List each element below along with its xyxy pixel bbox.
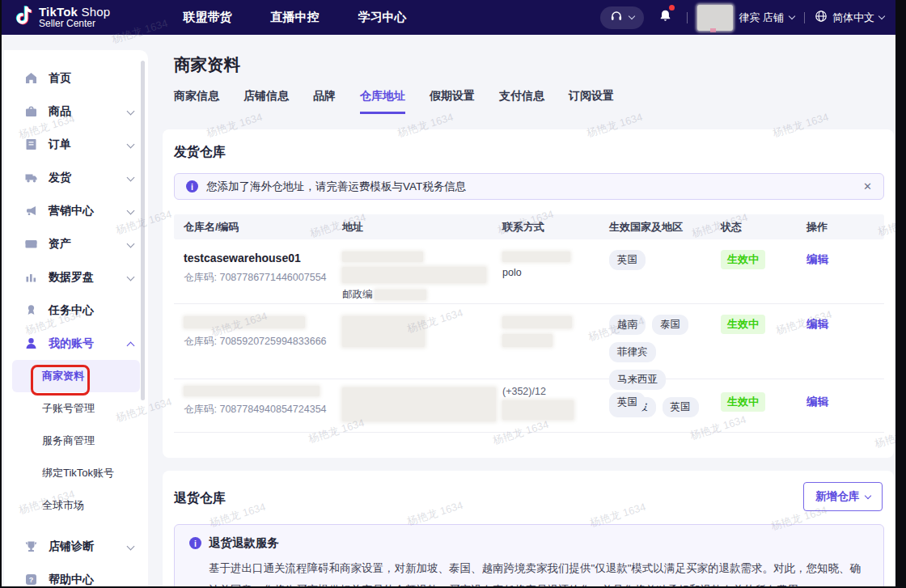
home-icon [24, 71, 38, 85]
sidebar-item-help-center[interactable]: ? 帮助中心 [4, 563, 148, 586]
tab-holiday-settings[interactable]: 假期设置 [430, 89, 475, 114]
warehouse-contact [502, 316, 609, 347]
language-label: 简体中文 [832, 11, 874, 25]
order-doc-icon [24, 137, 38, 151]
sidebar-subitem-subaccounts[interactable]: 子账号管理 [12, 392, 140, 425]
medal-icon [24, 303, 38, 317]
warehouse-table: 仓库名/编码 地址 联系方式 生效国家及地区 状态 操作 testcasewar… [174, 214, 884, 433]
headset-icon [610, 11, 623, 25]
language-selector[interactable]: 简体中文 [815, 10, 884, 25]
chevron-down-icon [127, 207, 135, 215]
warehouse-address [342, 386, 502, 421]
chevron-down-icon [865, 492, 871, 498]
warehouse-name: testcasewarehouse01 [184, 252, 342, 264]
info-icon [186, 180, 198, 192]
sidebar-item-analytics[interactable]: 数据罗盘 [4, 260, 148, 294]
top-navbar: TikTok Shop Seller Center 联盟带货 直播中控 学习中心 [2, 0, 895, 35]
person-icon [24, 336, 38, 350]
warehouse-name [184, 316, 305, 328]
sidebar-subitem-seller-profile[interactable]: 商家资料 [12, 360, 140, 392]
app-window: TikTok Shop Seller Center 联盟带货 直播中控 学习中心 [2, 0, 895, 586]
warehouse-code: 仓库码: 7087786771446007554 [184, 271, 342, 285]
table-header: 仓库名/编码 地址 联系方式 生效国家及地区 状态 操作 [174, 214, 884, 239]
bag-icon [24, 104, 38, 118]
bar-chart-icon [24, 270, 38, 284]
sidebar-subitem-global-markets[interactable]: 全球市场 [12, 489, 140, 522]
chevron-down-icon [629, 13, 635, 19]
nav-learning-center-link[interactable]: 学习中心 [358, 10, 406, 25]
banner-title: 退货退款服务 [209, 535, 279, 551]
sidebar-item-shipping[interactable]: 发货 [4, 161, 148, 194]
tab-warehouse-address[interactable]: 仓库地址 [360, 89, 405, 114]
return-warehouse-heading: 退货仓库 [174, 490, 226, 507]
tab-shop-info[interactable]: 店铺信息 [243, 89, 289, 114]
warehouse-contact: polo [502, 252, 609, 278]
chevron-down-icon [878, 13, 885, 19]
notifications-button[interactable] [658, 8, 672, 27]
tiktok-shop-logo[interactable]: TikTok Shop Seller Center [13, 4, 110, 31]
status-badge: 生效中 [721, 315, 765, 334]
edit-button[interactable]: 编辑 [807, 317, 828, 332]
divider [804, 12, 805, 23]
notification-dot [669, 5, 675, 11]
divider [687, 12, 688, 23]
shop-name-label: 律宾 店铺 [739, 11, 784, 25]
avatar [697, 5, 733, 31]
sidebar-scrollbar[interactable] [141, 61, 145, 400]
sidebar-subitem-service-providers[interactable]: 服务商管理 [12, 425, 140, 457]
tiktok-note-icon [13, 4, 33, 31]
sidebar-item-marketing[interactable]: 营销中心 [4, 194, 148, 227]
nav-live-center-link[interactable]: 直播中控 [270, 10, 319, 25]
tab-seller-info[interactable]: 商家信息 [174, 89, 219, 114]
shipping-warehouse-heading: 发货仓库 [174, 144, 884, 161]
sidebar-item-shop-diagnosis[interactable]: 店铺诊断 [4, 530, 148, 563]
tab-payment-info[interactable]: 支付信息 [499, 89, 544, 114]
chevron-up-icon [127, 342, 135, 350]
table-row: 仓库码: 7085920725994833666 越南 泰国 菲律宾 马来西亚 [174, 304, 884, 379]
chevron-down-icon [127, 141, 135, 149]
svg-text:?: ? [29, 576, 34, 584]
sidebar-item-products[interactable]: 商品 [4, 95, 148, 128]
help-icon: ? [24, 573, 38, 586]
chevron-down-icon [127, 174, 135, 182]
edit-button[interactable]: 编辑 [807, 252, 828, 267]
warehouse-name [184, 386, 320, 396]
sidebar-item-orders[interactable]: 订单 [4, 128, 148, 161]
warehouse-code: 仓库码: 7085920725994833666 [184, 335, 342, 349]
warehouse-address: 邮政编 [342, 252, 502, 302]
table-row: 仓库码: 7087784940854724354 (+352)/12 英国 生效… [174, 379, 884, 433]
sidebar-subitem-link-tiktok-account[interactable]: 绑定TikTok账号 [12, 457, 140, 489]
warehouse-code: 仓库码: 7087784940854724354 [184, 403, 342, 417]
megaphone-icon [24, 204, 38, 218]
sidebar-item-assets[interactable]: 资产 [4, 227, 148, 260]
effective-countries: 英国 [609, 392, 721, 412]
tab-subscription-settings[interactable]: 订阅设置 [569, 89, 614, 114]
return-warehouse-card: 退货仓库 新增仓库 退货退款服务 基于进出口通关流程障碍和商家设置，对新加坡、泰… [163, 471, 894, 586]
main-content: 商家资料 商家信息 店铺信息 品牌 仓库地址 假期设置 支付信息 订阅设置 发货… [148, 35, 895, 586]
return-refund-banner: 退货退款服务 基于进出口通关流程障碍和商家设置，对新加坡、泰国、越南跨境卖家我们… [174, 524, 884, 586]
sidebar-item-my-account[interactable]: 我的账号 [4, 327, 148, 360]
add-warehouse-button[interactable]: 新增仓库 [803, 482, 883, 511]
sidebar: 首页 商品 订单 发货 营销中心 资产 数据罗盘 任务中心 [4, 50, 148, 586]
trophy-icon [24, 539, 38, 553]
card-icon [24, 237, 38, 251]
tab-brand[interactable]: 品牌 [313, 89, 336, 114]
truck-icon [24, 171, 38, 184]
sidebar-item-home[interactable]: 首页 [4, 61, 148, 95]
chevron-down-icon [127, 108, 135, 116]
profile-tabs: 商家信息 店铺信息 品牌 仓库地址 假期设置 支付信息 订阅设置 [174, 89, 895, 114]
edit-button[interactable]: 编辑 [807, 395, 828, 409]
warehouse-address [342, 316, 502, 347]
effective-countries: 英国 [609, 250, 721, 270]
table-row: testcasewarehouse01 仓库码: 708778677144600… [174, 239, 884, 304]
globe-icon [815, 10, 828, 25]
bell-icon [658, 12, 672, 26]
warehouse-contact: (+352)/12 [502, 386, 609, 420]
nav-affiliate-link[interactable]: 联盟带货 [183, 10, 231, 25]
sidebar-item-tasks[interactable]: 任务中心 [4, 294, 148, 327]
chevron-down-icon [127, 543, 135, 551]
shop-switcher[interactable]: 律宾 店铺 [697, 5, 794, 31]
support-headset-dropdown[interactable] [600, 6, 644, 29]
chevron-down-icon [127, 273, 135, 281]
close-icon[interactable]: ✕ [863, 180, 872, 192]
